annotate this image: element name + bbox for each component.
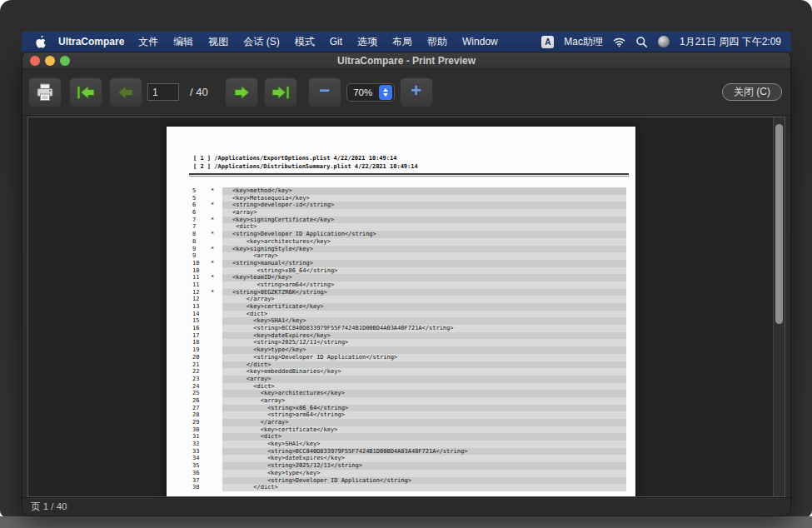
page-number-input[interactable] [147,83,179,101]
diff-row: 7 <dict> [167,223,635,231]
desktop-bottom-strip [0,516,812,528]
line-number: 8 [192,231,196,238]
zoom-out-button[interactable]: − [308,77,341,107]
line-number: 30 [192,426,199,434]
line-text: <string>8EGZKTZR6K</string> [232,289,327,296]
printer-icon [35,83,55,102]
diff-row: 16 <string>BCC840D833979F55F7424B1D00BD4… [167,325,635,332]
document-page: [ 1 ] /Applications/ExportOptions.plist … [167,127,635,497]
diff-row: 33 <string>BCC840D833979F55F7424B1D00BD4… [167,448,635,456]
line-number: 33 [192,448,199,456]
diff-row: 10*<string>manual</string> [167,260,635,267]
line-number: 16 [192,325,199,332]
line-number: 34 [192,455,199,462]
line-number: 36 [192,470,199,477]
line-text: <string>Developer ID Application</string… [232,231,376,238]
menu-item[interactable]: 模式 [287,36,322,47]
line-text: <key>signingStyle</key> [232,246,313,253]
menu-item[interactable]: 布局 [385,36,420,47]
previous-page-button[interactable] [109,77,142,107]
diff-row: 34 <key>dateExpires</key> [167,455,635,462]
line-text: </dict> [232,361,271,369]
line-text: <string>arm64</string> [232,281,334,289]
line-text: <key>method</key> [232,187,292,195]
menu-item[interactable]: Window [455,36,506,47]
diff-row: 12*<string>8EGZKTZR6K</string> [167,289,635,296]
line-text: <dict> [232,223,257,231]
line-text: <array> [232,252,278,260]
line-number: 11 [192,281,199,289]
diff-row: 30 <key>certificate</key> [167,426,635,434]
row-band [222,484,626,491]
header-divider [189,173,629,177]
change-marker: * [211,246,214,253]
menu-app-name[interactable]: UltraCompare [58,36,124,47]
row-band [222,252,626,260]
minimize-window-button[interactable] [45,56,55,66]
assistant-label[interactable]: Mac助理 [564,35,603,49]
line-number: 8 [192,238,196,246]
siri-icon[interactable] [658,36,670,47]
diff-row: 17 <key>dateExpires</key> [167,332,635,340]
line-text: <dict> [232,383,275,391]
print-button[interactable] [28,77,62,107]
line-text: <string>manual</string> [232,260,313,267]
change-marker: * [211,260,214,267]
scrollbar-thumb[interactable] [775,124,783,324]
diff-row: 35 <string>2025/12/11</string> [167,462,635,470]
line-text: <dict> [232,311,267,318]
line-number: 28 [192,411,199,419]
vertical-scrollbar[interactable] [773,117,785,496]
close-window-button[interactable] [30,56,40,66]
line-number: 12 [192,296,199,303]
traffic-lights [30,56,70,66]
change-marker: * [211,187,214,195]
zoom-level-select[interactable]: 70% [346,83,395,102]
line-text: </array> [232,296,275,303]
next-page-button[interactable] [225,77,258,107]
line-number: 12 [192,289,199,296]
apple-icon[interactable] [35,36,47,48]
first-page-icon [75,83,97,102]
toolbar: / 40 − 70% + 关闭 (C) [22,69,790,116]
zoom-in-button[interactable]: + [400,77,433,107]
menu-item[interactable]: 帮助 [420,36,455,47]
menu-item[interactable]: 会话 (S) [236,36,286,47]
close-preview-button[interactable]: 关闭 (C) [722,83,782,101]
first-page-button[interactable] [69,77,102,107]
line-number: 17 [192,332,199,340]
line-number: 32 [192,441,199,448]
diff-row: 25 <key>architectures</key> [167,390,635,397]
input-method-icon[interactable]: A [541,36,554,48]
menu-item[interactable]: 文件 [131,36,166,47]
last-page-button[interactable] [264,77,297,107]
menu-item[interactable]: Git [322,36,350,47]
window-title: UltraCompare - Print Preview [337,55,476,67]
wifi-icon[interactable] [613,36,625,48]
line-text: <key>architectures</key> [232,390,345,397]
menu-bar-left: UltraCompare 文件编辑视图会话 (S)模式Git选项布局帮助Wind… [22,35,506,49]
previous-page-icon [115,83,137,102]
line-text: <string>2025/12/11</string> [232,339,348,346]
line-number: 5 [192,195,196,202]
change-marker: * [211,202,214,209]
menu-item[interactable]: 视图 [201,36,236,47]
menu-item[interactable]: 选项 [350,36,385,47]
diff-row: 29 </array> [167,419,635,426]
menu-clock[interactable]: 1月21日 周四 下午2:09 [680,35,781,49]
line-text: </array> [232,419,288,426]
line-text: <dict> [232,433,281,441]
line-number: 26 [192,397,199,405]
change-marker: * [211,231,214,238]
diff-row: 23 <array> [167,376,635,383]
zoom-window-button[interactable] [60,56,70,66]
row-band [222,433,626,441]
line-text: <key>certificate</key> [232,426,337,434]
line-text: <string>Developer ID Application</string… [232,477,411,485]
menu-bar: UltraCompare 文件编辑视图会话 (S)模式Git选项布局帮助Wind… [22,32,791,52]
compare-header: [ 1 ] /Applications/ExportOptions.plist … [167,127,635,171]
menu-item[interactable]: 编辑 [166,36,201,47]
line-number: 9 [192,246,196,253]
line-number: 6 [192,209,196,217]
search-icon[interactable] [635,36,648,48]
